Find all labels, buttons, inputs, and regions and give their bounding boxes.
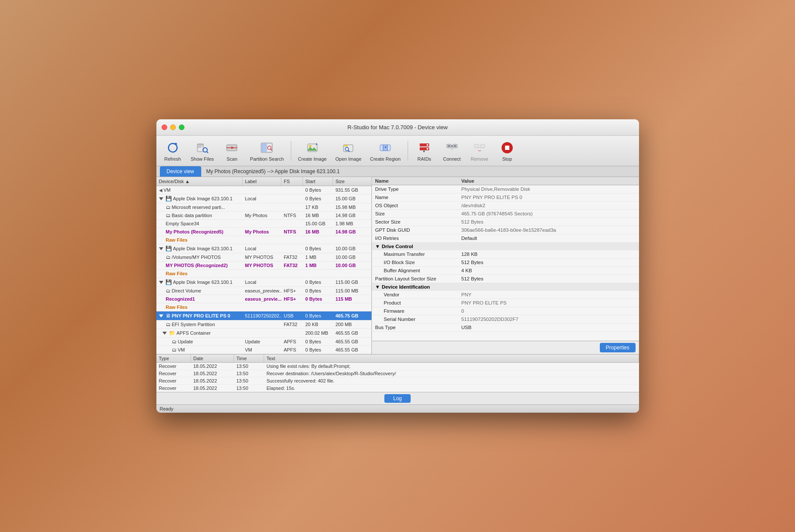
prop-row: Name PNY PNY PRO ELITE PS 0 [372, 193, 639, 202]
prop-row: Product PNY PRO ELITE PS [372, 299, 639, 307]
folder-icon: 📁 [169, 330, 175, 336]
show-files-icon [194, 140, 210, 156]
scan-button[interactable]: Scan [219, 138, 245, 163]
partition-search-label: Partition Search [250, 156, 284, 162]
window-title: R-Studio for Mac 7.0.7009 - Device view [347, 124, 448, 131]
col-fs: FS [281, 177, 303, 186]
log-row: Recover 18.05.2022 13:50 Successfully re… [156, 377, 639, 385]
prop-section-drive-control: ▼ Drive Control [372, 243, 639, 250]
breadcrumb: My Photos (Recognized5) --> Apple Disk I… [206, 166, 340, 177]
tree-row[interactable]: 💾 Apple Disk Image 623.100.1 Local 0 Byt… [156, 244, 371, 253]
tree-row[interactable]: Raw Files [156, 270, 371, 278]
stop-icon [499, 140, 515, 156]
stop-button[interactable]: Stop [494, 138, 520, 163]
log-col-date: Date [191, 355, 234, 362]
main-content: Device/Disk ▲ Label FS Start Size ◀ VM [156, 177, 639, 354]
svg-rect-33 [448, 145, 450, 147]
log-button[interactable]: Log [384, 394, 410, 403]
prop-row: Serial Number 5111907250202DD302F7 [372, 315, 639, 324]
expand-icon [162, 332, 167, 335]
col-size: Size [333, 177, 372, 186]
open-image-icon [340, 140, 356, 156]
tree-row[interactable]: Raw Files [156, 236, 371, 244]
scan-label: Scan [227, 156, 237, 162]
prop-row: GPT Disk GUID 306ae566-ba6e-4183-b0ee-9e… [372, 226, 639, 234]
refresh-button[interactable]: Refresh [160, 138, 186, 163]
scan-icon [224, 140, 240, 156]
partition-search-button[interactable]: Partition Search [246, 138, 287, 163]
connect-label: Connect [443, 156, 461, 162]
tab-bar: Device view My Photos (Recognized5) --> … [156, 166, 639, 177]
tree-row[interactable]: ◀ VM 0 Bytes 931.55 GB [156, 186, 371, 194]
prop-value-header: Value [461, 178, 474, 184]
tree-row[interactable]: 🗂 Basic data partition My Photos NTFS 16… [156, 212, 371, 220]
prop-row: Bus Type USB [372, 324, 639, 332]
close-button[interactable] [162, 124, 167, 130]
maximize-button[interactable] [179, 124, 184, 130]
svg-point-29 [427, 144, 428, 146]
log-col-type: Type [156, 355, 191, 362]
prop-row: Size 465.75 GB (976748545 Sectors) [372, 210, 639, 218]
tree-row[interactable]: 🗂 Direct Volume easeus_preview... HFS+ 0… [156, 287, 371, 295]
tree-row[interactable]: 🗂 VM VM APFS 0 Bytes 465.55 GB [156, 346, 371, 354]
properties-footer: Properties [372, 341, 639, 354]
create-region-label: Create Region [370, 156, 401, 162]
raids-button[interactable]: ▼ RAIDs [412, 138, 437, 163]
create-image-label: Create Image [298, 156, 327, 162]
log-row: Recover 18.05.2022 13:50 Elapsed: 15s. [156, 385, 639, 392]
tree-row[interactable]: 💾 Apple Disk Image 623.100.1 Local 0 Byt… [156, 194, 371, 203]
tree-row-selected[interactable]: 🖥 PNY PNY PRO ELITE PS 0 5111907250202..… [156, 311, 371, 320]
prop-row: Buffer Alignment 4 KB [372, 267, 639, 275]
show-files-label: Show Files [191, 156, 214, 162]
tree-row[interactable]: 🗂 EFI System Partition FAT32 20 KB 200 M… [156, 320, 371, 329]
prop-row: OS Object /dev/rdisk2 [372, 202, 639, 210]
svg-rect-39 [474, 144, 479, 148]
tree-row[interactable]: Raw Files [156, 303, 371, 311]
partition-icon: 🗂 [166, 255, 171, 260]
tree-row[interactable]: 💾 Apple Disk Image 623.100.1 Local 0 Byt… [156, 278, 371, 287]
tree-row[interactable]: My Photos (Recognized5) My Photos NTFS 1… [156, 228, 371, 236]
prop-row: I/O Block Size 512 Bytes [372, 258, 639, 267]
partition-icon: 🗂 [166, 213, 171, 218]
svg-line-6 [207, 152, 208, 153]
disk-icon: 💾 [165, 279, 172, 285]
tree-row[interactable]: Recognized1 easeus_previe... HFS+ 0 Byte… [156, 295, 371, 303]
prop-section-device-id: ▼ Device Identification [372, 283, 639, 291]
log-col-time: Time [234, 355, 264, 362]
device-tree: ◀ VM 0 Bytes 931.55 GB 💾 Apple Disk Imag… [156, 186, 371, 354]
refresh-label: Refresh [164, 156, 181, 162]
tree-row[interactable]: 📁 APFS Container 200.02 MB 465.55 GB [156, 329, 371, 338]
minimize-button[interactable] [170, 124, 176, 130]
stop-label: Stop [502, 156, 512, 162]
svg-text:+: + [315, 142, 318, 146]
prop-row: Sector Size 512 Bytes [372, 218, 639, 226]
properties-button[interactable]: Properties [600, 343, 636, 352]
svg-rect-35 [454, 145, 456, 147]
tree-row[interactable]: 🗂 Update Update APFS 0 Bytes 465.55 GB [156, 338, 371, 346]
tree-row[interactable]: Empty Space34 15.00 GB 1.98 MB [156, 220, 371, 228]
device-view-tab[interactable]: Device view [160, 166, 201, 177]
open-image-button[interactable]: Open Image [332, 138, 365, 163]
show-files-button[interactable]: Show Files [187, 138, 218, 163]
partition-search-icon [259, 140, 274, 156]
tree-row[interactable]: 🗂 Microsoft reserved parti... 17 KB 15.9… [156, 203, 371, 212]
svg-rect-40 [480, 144, 485, 148]
right-panel: Name Value Drive Type Physical Drive,Rem… [372, 177, 639, 354]
tree-row[interactable]: 🗂 /Volumes/MY PHOTOS MY PHOTOS FAT32 1 M… [156, 253, 371, 261]
svg-rect-4 [198, 147, 201, 148]
remove-button[interactable]: Remove [467, 138, 493, 163]
partition-icon: 🗂 [172, 339, 177, 344]
connect-icon [444, 140, 460, 156]
create-image-button[interactable]: + Create Image [295, 138, 330, 163]
expand-icon [159, 247, 163, 250]
svg-rect-3 [198, 146, 203, 146]
tree-row[interactable]: MY PHOTOS (Recognized2) MY PHOTOS FAT32 … [156, 261, 371, 270]
svg-text:+: + [384, 145, 387, 149]
refresh-icon [165, 140, 181, 156]
connect-button[interactable]: Connect [439, 138, 465, 163]
expand-icon [159, 314, 163, 317]
svg-text:▼: ▼ [422, 150, 425, 153]
separator-2 [408, 141, 408, 161]
create-region-button[interactable]: + Create Region [367, 138, 404, 163]
partition-icon: 🗂 [166, 205, 171, 210]
